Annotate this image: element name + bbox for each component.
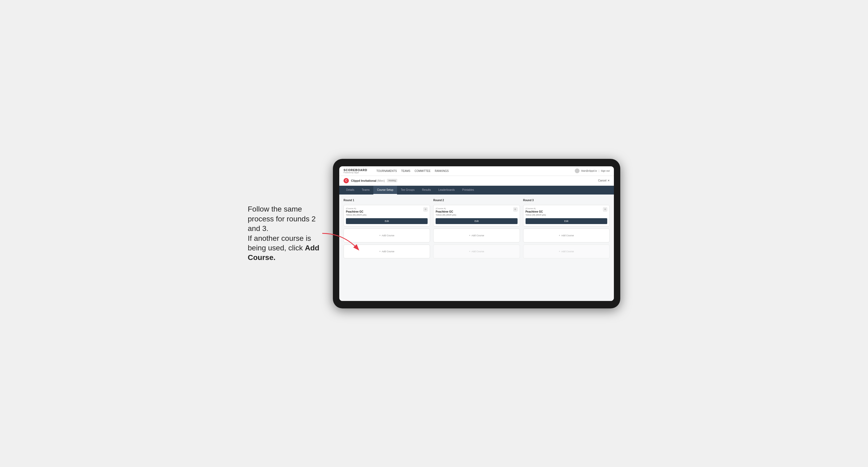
course-info: (Course A) Peachtree GC Yellow (M) (6629… <box>346 207 366 218</box>
nav-committee[interactable]: COMMITTEE <box>414 168 431 174</box>
tab-teams[interactable]: Teams <box>358 186 373 194</box>
course-name-r2: Peachtree GC <box>436 210 456 213</box>
nav-teams[interactable]: TEAMS <box>401 168 410 174</box>
add-icon: + <box>379 234 380 237</box>
tournament-sub: (Men) <box>377 179 385 182</box>
round-2-title: Round 2 <box>433 199 520 202</box>
tab-bar: Details Teams Course Setup Tee Groups Re… <box>339 186 614 194</box>
course-details-r3: Yellow (M) (6629 yds) <box>526 214 546 216</box>
course-label-r3: (Course A) <box>526 207 546 210</box>
edit-course-button-r3[interactable]: Edit <box>526 218 607 224</box>
delete-course-icon[interactable]: ⊟ <box>423 207 428 212</box>
add-course-label-r2b: Add Course <box>471 250 484 253</box>
round-1-column: Round 1 (Course A) Peachtree GC Yellow (… <box>344 199 430 258</box>
course-card-header: (Course A) Peachtree GC Yellow (M) (6629… <box>346 207 428 218</box>
delete-course-icon-r3[interactable]: ⊟ <box>603 207 607 212</box>
course-card-header-r3: (Course A) Peachtree GC Yellow (M) (6629… <box>526 207 607 218</box>
course-details-r2: Yellow (M) (6629 yds) <box>436 214 456 216</box>
course-name-r3: Peachtree GC <box>526 210 546 213</box>
tournament-name: Clippd Invitational (Men) <box>351 179 385 182</box>
add-course-card-3b[interactable]: + Add Course <box>523 245 610 258</box>
round-3-column: Round 3 (Course A) Peachtree GC Yellow (… <box>523 199 610 258</box>
cancel-button[interactable]: Cancel ✕ <box>598 179 610 182</box>
add-icon-r2: + <box>469 234 470 237</box>
add-icon-r3: + <box>559 234 560 237</box>
add-icon-r3b: + <box>559 250 560 253</box>
user-email: blair@clippd.io <box>581 169 597 172</box>
add-course-label: Add Course <box>382 234 395 237</box>
add-course-card-2[interactable]: + Add Course <box>433 228 520 242</box>
tab-printables[interactable]: Printables <box>459 186 478 194</box>
course-info-r3: (Course A) Peachtree GC Yellow (M) (6629… <box>526 207 546 218</box>
tablet-device: SCOREBOARD Powered by clippd TOURNAMENTS… <box>333 159 620 308</box>
round-1-course-card: (Course A) Peachtree GC Yellow (M) (6629… <box>344 205 430 226</box>
sign-out-link[interactable]: Sign out <box>601 169 610 172</box>
add-course-label-r3: Add Course <box>561 234 574 237</box>
rounds-grid: Round 1 (Course A) Peachtree GC Yellow (… <box>344 199 610 258</box>
instruction-text: Follow the same process for rounds 2 and… <box>248 205 322 262</box>
tab-leaderboards[interactable]: Leaderboards <box>435 186 459 194</box>
breadcrumb: C Clippd Invitational (Men) Hosting <box>344 178 397 183</box>
add-course-card-1[interactable]: + Add Course <box>344 228 430 242</box>
round-3-title: Round 3 <box>523 199 610 202</box>
hosting-badge: Hosting <box>387 179 397 182</box>
add-course-label-r3b: Add Course <box>561 250 574 253</box>
user-avatar <box>575 168 580 173</box>
add-icon-2: + <box>379 250 380 253</box>
logo-area: SCOREBOARD Powered by clippd <box>344 168 367 174</box>
close-icon: ✕ <box>608 179 610 182</box>
course-card-header-r2: (Course A) Peachtree GC Yellow (M) (6629… <box>436 207 517 218</box>
tab-details[interactable]: Details <box>342 186 358 194</box>
tab-course-setup[interactable]: Course Setup <box>373 186 397 194</box>
round-2-column: Round 2 (Course A) Peachtree GC Yellow (… <box>433 199 520 258</box>
delete-course-icon-r2[interactable]: ⊟ <box>513 207 518 212</box>
course-label-r2: (Course A) <box>436 207 456 210</box>
course-details: Yellow (M) (6629 yds) <box>346 214 366 216</box>
add-course-card-2b[interactable]: + Add Course <box>433 245 520 258</box>
logo-scoreboard: SCOREBOARD <box>344 168 367 172</box>
nav-right: blair@clippd.io | Sign out <box>575 168 610 173</box>
c-logo: C <box>344 178 349 183</box>
add-icon-r2b: + <box>469 250 470 253</box>
nav-divider: | <box>599 169 599 172</box>
nav-links: TOURNAMENTS TEAMS COMMITTEE RANKINGS <box>376 168 568 174</box>
edit-course-button-r2[interactable]: Edit <box>436 218 517 224</box>
tablet-screen: SCOREBOARD Powered by clippd TOURNAMENTS… <box>339 166 614 301</box>
add-course-card-1b[interactable]: + Add Course <box>344 245 430 258</box>
logo-sub: Powered by clippd <box>344 172 367 174</box>
top-nav: SCOREBOARD Powered by clippd TOURNAMENTS… <box>339 166 614 176</box>
course-label: (Course A) <box>346 207 366 210</box>
nav-tournaments[interactable]: TOURNAMENTS <box>376 168 397 174</box>
add-course-label-2: Add Course <box>382 250 395 253</box>
page-wrapper: Follow the same process for rounds 2 and… <box>248 159 620 308</box>
round-3-course-card: (Course A) Peachtree GC Yellow (M) (6629… <box>523 205 610 226</box>
add-course-card-3[interactable]: + Add Course <box>523 228 610 242</box>
edit-course-button[interactable]: Edit <box>346 218 428 224</box>
nav-rankings[interactable]: RANKINGS <box>435 168 448 174</box>
round-1-title: Round 1 <box>344 199 430 202</box>
round-2-course-card: (Course A) Peachtree GC Yellow (M) (6629… <box>433 205 520 226</box>
course-name: Peachtree GC <box>346 210 366 213</box>
tab-results[interactable]: Results <box>418 186 435 194</box>
add-course-label-r2: Add Course <box>471 234 484 237</box>
sub-header: C Clippd Invitational (Men) Hosting Canc… <box>339 176 614 186</box>
tab-tee-groups[interactable]: Tee Groups <box>397 186 418 194</box>
content-area: Round 1 (Course A) Peachtree GC Yellow (… <box>339 194 614 301</box>
add-course-bold: Add Course. <box>248 244 319 261</box>
course-info-r2: (Course A) Peachtree GC Yellow (M) (6629… <box>436 207 456 218</box>
